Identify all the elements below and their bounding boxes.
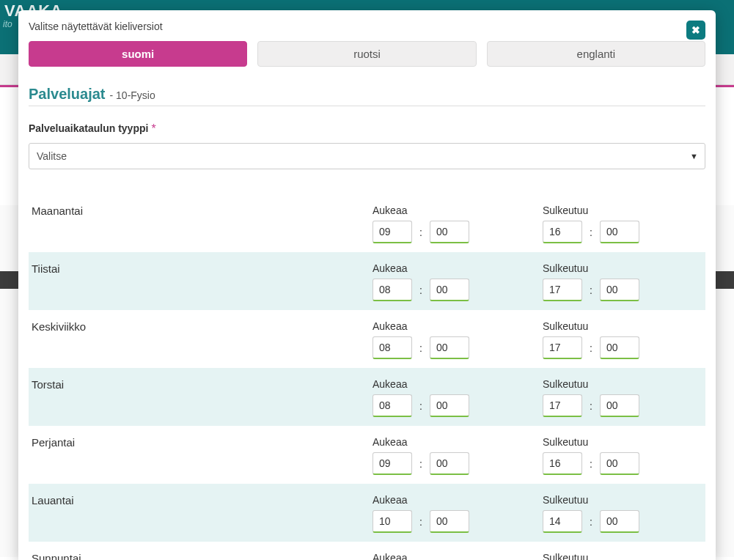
- open-minute-input[interactable]: [430, 452, 469, 475]
- day-name: Tiistai: [32, 262, 372, 275]
- schedule-type-label: Palveluaikataulun tyyppi: [29, 122, 148, 134]
- open-hour-input[interactable]: [372, 221, 412, 243]
- close-hour-input[interactable]: [543, 510, 582, 533]
- open-time-label: Aukeaa: [372, 378, 543, 390]
- time-colon: :: [590, 226, 592, 238]
- time-colon: :: [590, 458, 592, 470]
- schedule-type-select[interactable]: Valitse: [29, 143, 705, 169]
- close-minute-input[interactable]: [600, 279, 639, 301]
- close-time-group: Sulkeutuu:: [543, 552, 713, 560]
- close-minute-input[interactable]: [600, 510, 639, 533]
- close-button[interactable]: ✖: [686, 21, 705, 40]
- open-minute-input[interactable]: [430, 394, 469, 417]
- day-name: Torstai: [32, 378, 372, 391]
- day-name: Perjantai: [32, 436, 372, 449]
- open-time-label: Aukeaa: [372, 552, 543, 560]
- close-time-label: Sulkeutuu: [543, 494, 713, 506]
- close-time-group: Sulkeutuu:: [543, 262, 713, 301]
- day-name: Maanantai: [32, 205, 372, 217]
- open-time-group: Aukeaa:: [372, 320, 543, 359]
- open-hour-input[interactable]: [372, 279, 412, 301]
- day-row: TorstaiAukeaa:Sulkeutuu:: [29, 368, 705, 426]
- close-hour-input[interactable]: [543, 394, 582, 417]
- day-row: KeskiviikkoAukeaa:Sulkeutuu:: [29, 310, 705, 368]
- time-colon: :: [590, 342, 592, 354]
- open-time-label: Aukeaa: [372, 436, 543, 448]
- close-time-label: Sulkeutuu: [543, 378, 713, 390]
- open-hour-input[interactable]: [372, 394, 412, 417]
- section-title: Palveluajat - 10-Fysio: [29, 86, 705, 106]
- day-row: SunnuntaiAukeaa:Sulkeutuu:: [29, 542, 705, 560]
- day-row: TiistaiAukeaa:Sulkeutuu:: [29, 252, 705, 310]
- close-minute-input[interactable]: [600, 452, 639, 475]
- day-name: Lauantai: [32, 494, 372, 506]
- day-row: PerjantaiAukeaa:Sulkeutuu:: [29, 426, 705, 484]
- open-time-group: Aukeaa:: [372, 378, 543, 417]
- open-time-group: Aukeaa:: [372, 205, 543, 243]
- close-time-group: Sulkeutuu:: [543, 436, 713, 475]
- close-time-label: Sulkeutuu: [543, 552, 713, 560]
- open-hour-input[interactable]: [372, 510, 412, 533]
- time-colon: :: [419, 400, 422, 412]
- open-minute-input[interactable]: [430, 221, 469, 243]
- time-colon: :: [419, 284, 422, 296]
- close-time-group: Sulkeutuu:: [543, 378, 713, 417]
- close-time-label: Sulkeutuu: [543, 205, 713, 216]
- open-time-group: Aukeaa:: [372, 262, 543, 301]
- open-minute-input[interactable]: [430, 336, 469, 359]
- time-colon: :: [419, 458, 422, 470]
- close-hour-input[interactable]: [543, 279, 582, 301]
- close-minute-input[interactable]: [600, 336, 639, 359]
- open-time-label: Aukeaa: [372, 262, 543, 274]
- close-time-label: Sulkeutuu: [543, 262, 713, 274]
- time-colon: :: [590, 516, 592, 528]
- time-colon: :: [590, 284, 592, 296]
- close-hour-input[interactable]: [543, 221, 582, 243]
- language-tabs: suomi ruotsi englanti: [29, 41, 705, 67]
- close-hour-input[interactable]: [543, 452, 582, 475]
- schedule-type-field: Palveluaikataulun tyyppi* Valitse ▼: [29, 122, 705, 169]
- tab-english[interactable]: englanti: [487, 41, 705, 67]
- open-time-label: Aukeaa: [372, 320, 543, 332]
- close-hour-input[interactable]: [543, 336, 582, 359]
- close-minute-input[interactable]: [600, 394, 639, 417]
- language-prompt: Valitse näytettävät kieliversiot: [29, 21, 705, 32]
- section-title-sub: - 10-Fysio: [110, 89, 155, 101]
- modal-body: Valitse näytettävät kieliversiot suomi r…: [18, 10, 716, 560]
- day-row: MaanantaiAukeaa:Sulkeutuu:: [29, 194, 705, 252]
- modal: ✖ Valitse näytettävät kieliversiot suomi…: [18, 10, 716, 560]
- open-time-group: Aukeaa:: [372, 552, 543, 560]
- section-title-main: Palveluajat: [29, 86, 106, 103]
- close-time-label: Sulkeutuu: [543, 436, 713, 448]
- close-minute-input[interactable]: [600, 221, 639, 243]
- time-colon: :: [419, 516, 422, 528]
- open-hour-input[interactable]: [372, 336, 412, 359]
- days-list: MaanantaiAukeaa:Sulkeutuu:TiistaiAukeaa:…: [29, 194, 705, 560]
- close-time-group: Sulkeutuu:: [543, 494, 713, 533]
- open-hour-input[interactable]: [372, 452, 412, 475]
- time-colon: :: [590, 400, 592, 412]
- open-minute-input[interactable]: [430, 510, 469, 533]
- open-time-label: Aukeaa: [372, 205, 543, 216]
- open-time-group: Aukeaa:: [372, 494, 543, 533]
- modal-overlay: ✖ Valitse näytettävät kieliversiot suomi…: [0, 0, 734, 560]
- time-colon: :: [419, 226, 422, 238]
- open-time-label: Aukeaa: [372, 494, 543, 506]
- close-time-label: Sulkeutuu: [543, 320, 713, 332]
- open-time-group: Aukeaa:: [372, 436, 543, 475]
- tab-swedish[interactable]: ruotsi: [257, 41, 476, 67]
- day-name: Sunnuntai: [32, 552, 372, 560]
- required-asterisk: *: [151, 122, 155, 135]
- close-time-group: Sulkeutuu:: [543, 320, 713, 359]
- close-time-group: Sulkeutuu:: [543, 205, 713, 243]
- close-icon: ✖: [691, 24, 700, 36]
- day-name: Keskiviikko: [32, 320, 372, 333]
- open-minute-input[interactable]: [430, 279, 469, 301]
- tab-finnish[interactable]: suomi: [29, 41, 247, 67]
- day-row: LauantaiAukeaa:Sulkeutuu:: [29, 484, 705, 542]
- time-colon: :: [419, 342, 422, 354]
